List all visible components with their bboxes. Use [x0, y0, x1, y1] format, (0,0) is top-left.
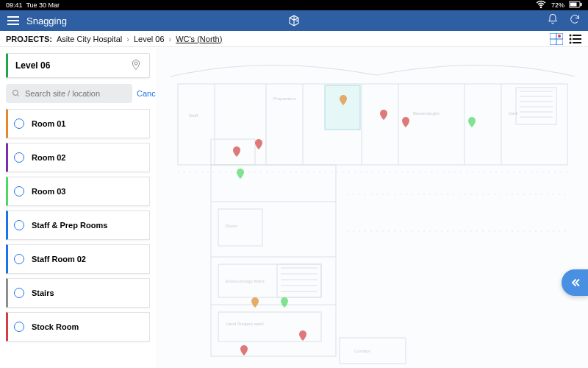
search-input[interactable]	[6, 84, 132, 103]
list-item-label: Staff Room 02	[32, 255, 86, 263]
bc-project[interactable]: Asite City Hospital	[57, 35, 122, 43]
radio-icon[interactable]	[14, 220, 24, 230]
bc-level[interactable]: Level 06	[134, 35, 165, 43]
list-item-label: Room 01	[32, 119, 65, 128]
sidebar: Level 06 Cancel Room 01Room 02Room 03Sta…	[0, 47, 156, 368]
list-item[interactable]: Stock Room	[6, 312, 150, 342]
list-item[interactable]: Staff Room 02	[6, 244, 150, 274]
list-view-icon[interactable]	[569, 33, 582, 45]
list-item-label: Room 02	[32, 153, 65, 162]
svg-rect-34	[211, 139, 255, 165]
list-item[interactable]: Room 02	[6, 143, 150, 172]
svg-text:Corridor: Corridor	[354, 349, 370, 353]
level-card[interactable]: Level 06	[6, 53, 150, 78]
list-item[interactable]: Room 03	[6, 177, 150, 206]
svg-text:Staff: Staff	[189, 113, 198, 118]
radio-icon[interactable]	[14, 152, 24, 163]
search-icon	[12, 89, 21, 98]
page-title: Snagging	[26, 15, 67, 26]
svg-rect-13	[573, 42, 581, 43]
list-item-label: Stock Room	[32, 322, 79, 331]
radio-icon[interactable]	[14, 254, 24, 264]
svg-point-7	[558, 35, 561, 38]
svg-rect-40	[218, 312, 321, 342]
svg-point-0	[540, 7, 541, 7]
breadcrumb: PROJECTS: Asite City Hospital › Level 06…	[0, 31, 588, 47]
radio-icon[interactable]	[14, 118, 24, 129]
floor-plan[interactable]: StaffPreparationBacteriologistDark RoomE…	[156, 47, 588, 368]
svg-rect-9	[573, 35, 581, 36]
svg-point-12	[570, 41, 572, 43]
export-icon[interactable]	[287, 14, 301, 27]
svg-point-14	[135, 62, 137, 65]
radio-icon[interactable]	[14, 288, 24, 298]
radio-icon[interactable]	[14, 186, 24, 197]
svg-rect-41	[340, 338, 406, 364]
svg-text:Endo-Urology Ward: Endo-Urology Ward	[226, 279, 264, 283]
svg-point-15	[13, 91, 18, 96]
plan-view-icon[interactable]	[550, 33, 563, 45]
bell-icon[interactable]	[547, 13, 559, 28]
svg-rect-38	[218, 209, 262, 246]
svg-line-16	[18, 95, 20, 97]
battery-icon	[569, 1, 582, 10]
svg-rect-11	[573, 38, 581, 40]
list-item[interactable]: Room 01	[6, 109, 150, 138]
app-header: Snagging	[0, 10, 588, 31]
list-item[interactable]: Stairs	[6, 278, 150, 308]
list-item[interactable]: Staff & Prep Rooms	[6, 210, 150, 240]
svg-text:Room: Room	[226, 224, 237, 228]
bc-current[interactable]: WC's (North)	[176, 35, 222, 43]
status-bar: 09:41 Tue 30 Mar 72%	[0, 0, 588, 10]
list-item-label: Room 03	[32, 187, 65, 196]
location-list: Room 01Room 02Room 03Staff & Prep RoomsS…	[6, 109, 150, 362]
menu-icon[interactable]	[7, 16, 19, 25]
list-item-label: Stairs	[32, 289, 54, 297]
svg-rect-18	[325, 85, 360, 130]
svg-point-8	[570, 34, 572, 36]
svg-rect-3	[581, 3, 582, 6]
expand-fab[interactable]	[562, 269, 588, 296]
svg-text:Dark: Dark	[509, 111, 519, 116]
svg-text:Hand Surgery ward: Hand Surgery ward	[226, 322, 264, 326]
svg-rect-33	[211, 165, 336, 356]
location-icon	[130, 59, 142, 73]
svg-rect-2	[570, 3, 577, 7]
sync-icon[interactable]	[569, 13, 581, 28]
list-item-label: Staff & Prep Rooms	[32, 221, 107, 230]
svg-rect-42	[277, 264, 321, 297]
svg-text:Preparation: Preparation	[273, 96, 296, 101]
svg-text:Bacteriologist: Bacteriologist	[413, 111, 440, 116]
radio-icon[interactable]	[14, 322, 24, 332]
svg-rect-26	[516, 88, 556, 124]
svg-point-10	[570, 38, 572, 40]
